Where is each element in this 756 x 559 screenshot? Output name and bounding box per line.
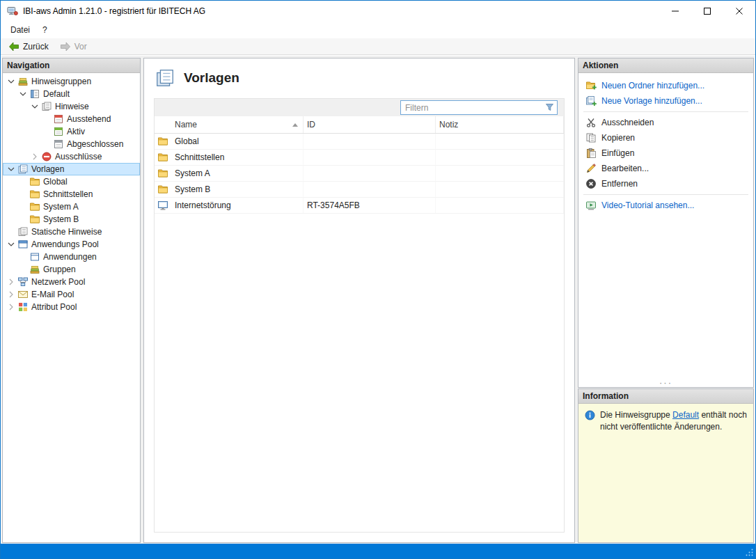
- chevron-down-icon[interactable]: [6, 239, 17, 250]
- template-item-icon: [155, 198, 171, 213]
- default-group-link[interactable]: Default: [672, 410, 699, 420]
- tree-item-anwendungen[interactable]: Anwendungen: [3, 251, 140, 263]
- tree-item-aktiv[interactable]: Aktiv: [3, 125, 140, 138]
- tree-item-label: Hinweise: [53, 102, 89, 111]
- table-cell: [436, 182, 564, 197]
- folder-icon: [29, 214, 41, 225]
- tree-item-abgeschlossen[interactable]: Abgeschlossen: [3, 138, 140, 150]
- video-icon: [585, 200, 597, 211]
- minimize-button[interactable]: [659, 1, 691, 22]
- table-row-system-a[interactable]: System A: [155, 166, 564, 182]
- menu-datei[interactable]: Datei: [4, 23, 36, 37]
- tree-item-label: Ausstehend: [65, 114, 111, 124]
- app-pool-icon: [17, 239, 29, 250]
- grid-rows: GlobalSchnittstellenSystem ASystem BInte…: [155, 134, 564, 214]
- tree-item-e-mail-pool[interactable]: E-Mail Pool: [3, 288, 140, 301]
- chevron-right-icon[interactable]: [6, 276, 17, 288]
- table-cell: [304, 166, 436, 181]
- tree-item-vorlagen[interactable]: Vorlagen: [3, 163, 140, 175]
- table-row-global[interactable]: Global: [155, 134, 564, 150]
- action-neue-vorlage-hinzuf-gen[interactable]: Neue Vorlage hinzufügen...: [578, 93, 753, 109]
- chevron-right-icon[interactable]: [6, 301, 17, 313]
- information-panel: Information Die Hinweisgruppe Default en…: [578, 388, 754, 543]
- action-ausschneiden[interactable]: Ausschneiden: [578, 115, 753, 130]
- notice-pending-icon: [52, 113, 65, 125]
- action-neuen-ordner-hinzuf-gen[interactable]: Neuen Ordner hinzufügen...: [578, 78, 753, 93]
- tree-item-system-a[interactable]: System A: [3, 200, 140, 213]
- toolbar: Zurück Vor: [1, 38, 755, 55]
- filter-bar: [155, 99, 564, 116]
- content-header: Vorlagen: [144, 58, 574, 88]
- chevron-right-icon[interactable]: [29, 151, 40, 162]
- action-label: Neuen Ordner hinzufügen...: [601, 81, 704, 90]
- paste-icon: [585, 148, 597, 159]
- tree-item-label: Hinweisgruppen: [29, 77, 91, 86]
- info-icon: [585, 410, 595, 420]
- chevron-right-icon[interactable]: [6, 289, 17, 300]
- tree-item-label: System A: [41, 202, 79, 212]
- table-row-schnittstellen[interactable]: Schnittstellen: [155, 150, 564, 166]
- column-header-name[interactable]: Name: [171, 116, 304, 133]
- table-cell: System B: [171, 182, 304, 197]
- table-cell: [304, 134, 436, 149]
- table-row-internetst-rung[interactable]: InternetstörungRT-3574A5FB: [155, 198, 564, 214]
- back-arrow-icon: [8, 41, 19, 52]
- filter-funnel-icon[interactable]: [545, 103, 554, 112]
- table-cell: System A: [171, 166, 304, 181]
- table-cell: RT-3574A5FB: [304, 198, 436, 213]
- action-label: Kopieren: [601, 133, 635, 143]
- maximize-button[interactable]: [691, 1, 723, 22]
- page-title: Vorlagen: [184, 70, 239, 86]
- panel-splitter[interactable]: ···: [578, 378, 753, 387]
- tree-item-label: Schnittstellen: [41, 189, 93, 199]
- forward-label: Vor: [74, 42, 87, 52]
- close-button[interactable]: [723, 1, 755, 22]
- window-title: IBI-aws Admin 1.21.0 - registriert für I…: [23, 6, 205, 16]
- information-panel-header: Information: [578, 389, 753, 404]
- chevron-down-icon[interactable]: [17, 88, 29, 100]
- tree-item-label: Attribut Pool: [29, 302, 77, 312]
- window-controls: [659, 1, 755, 22]
- tree-item-gruppen[interactable]: Gruppen: [3, 263, 140, 276]
- column-header-id[interactable]: ID: [304, 116, 436, 133]
- tree-item-ausschl-sse[interactable]: Ausschlüsse: [3, 150, 140, 163]
- chevron-spacer: [41, 113, 52, 125]
- forward-button[interactable]: Vor: [55, 40, 92, 54]
- action-kopieren[interactable]: Kopieren: [578, 130, 753, 145]
- column-header-notiz[interactable]: Notiz: [436, 116, 564, 133]
- chevron-spacer: [17, 189, 29, 200]
- action-label: Ausschneiden: [601, 118, 654, 127]
- tree-item-schnittstellen[interactable]: Schnittstellen: [3, 188, 140, 200]
- action-einf-gen[interactable]: Einfügen: [578, 145, 753, 161]
- tree-item-label: Anwendungs Pool: [29, 239, 99, 249]
- template-add-icon: [585, 95, 597, 107]
- folder-icon: [155, 166, 171, 181]
- chevron-down-icon[interactable]: [29, 101, 40, 112]
- chevron-down-icon[interactable]: [6, 164, 17, 175]
- tree-item-global[interactable]: Global: [3, 175, 140, 188]
- tree-item-system-b[interactable]: System B: [3, 213, 140, 226]
- tree-item-hinweisgruppen[interactable]: Hinweisgruppen: [3, 75, 140, 88]
- tree-item-default[interactable]: Default: [3, 88, 140, 100]
- chevron-spacer: [17, 201, 29, 212]
- tree-item-hinweise[interactable]: Hinweise: [3, 100, 140, 113]
- table-row-system-b[interactable]: System B: [155, 182, 564, 198]
- menu-help[interactable]: ?: [36, 23, 54, 37]
- tree-item-attribut-pool[interactable]: Attribut Pool: [3, 301, 140, 313]
- tree-item-statische-hinweise[interactable]: Statische Hinweise: [3, 226, 140, 238]
- action-bearbeiten[interactable]: Bearbeiten...: [578, 161, 753, 176]
- action-video-tutorial-ansehen[interactable]: Video-Tutorial ansehen...: [578, 198, 753, 213]
- action-entfernen[interactable]: Entfernen: [578, 176, 753, 191]
- tree-item-ausstehend[interactable]: Ausstehend: [3, 113, 140, 125]
- folder-add-icon: [585, 80, 597, 91]
- back-button[interactable]: Zurück: [3, 40, 54, 54]
- tree-item-netzwerk-pool[interactable]: Netzwerk Pool: [3, 276, 140, 288]
- column-header-label: Name: [175, 120, 197, 129]
- action-label: Neue Vorlage hinzufügen...: [601, 96, 702, 106]
- resize-grip[interactable]: [745, 548, 754, 557]
- folder-icon: [29, 189, 41, 200]
- tree-item-anwendungs-pool[interactable]: Anwendungs Pool: [3, 238, 140, 251]
- filter-input[interactable]: [405, 103, 545, 113]
- table-cell: [304, 150, 436, 165]
- chevron-down-icon[interactable]: [6, 76, 17, 87]
